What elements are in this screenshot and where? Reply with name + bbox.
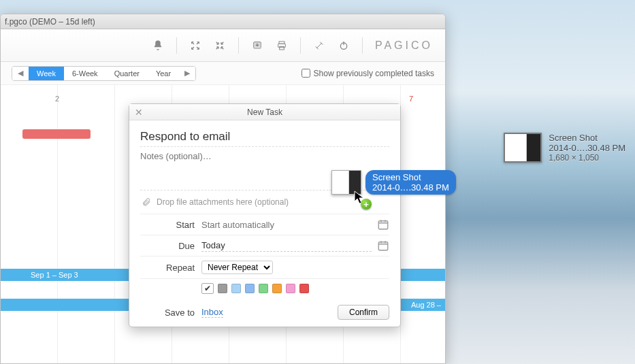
window-title: f.pgco (DEMO – 15d left) bbox=[5, 17, 95, 27]
power-icon[interactable] bbox=[338, 39, 350, 52]
paperclip-icon bbox=[142, 197, 151, 207]
tab-year[interactable]: Year bbox=[148, 67, 179, 80]
expand-icon[interactable] bbox=[189, 39, 201, 52]
show-completed-checkbox[interactable] bbox=[302, 69, 310, 78]
saveto-link[interactable]: Inbox bbox=[201, 307, 223, 318]
day-number: 7 bbox=[409, 95, 413, 103]
drop-plus-icon: + bbox=[361, 199, 372, 210]
desktop-file[interactable]: Screen Shot 2014-0….30.48 PM 1,680 × 1,0… bbox=[504, 133, 625, 163]
svg-rect-6 bbox=[378, 242, 388, 250]
view-bar: ◀ Week 6-Week Quarter Year ▶ Show previo… bbox=[1, 62, 445, 85]
dialog-header[interactable]: ✕ New Task bbox=[129, 104, 400, 120]
color-swatch[interactable] bbox=[259, 284, 268, 293]
calendar-icon[interactable] bbox=[377, 239, 389, 252]
timeline-task-bar[interactable] bbox=[22, 129, 91, 139]
color-picker: ✔ bbox=[201, 283, 389, 294]
tab-week[interactable]: Week bbox=[29, 67, 64, 80]
default-color-check[interactable]: ✔ bbox=[201, 283, 214, 294]
drag-thumbnail bbox=[331, 170, 361, 195]
brand-label: PAGICO bbox=[375, 39, 433, 52]
calendar-icon[interactable] bbox=[377, 218, 389, 231]
saveto-label: Save to bbox=[140, 308, 195, 318]
start-label: Start bbox=[140, 220, 195, 230]
color-swatch[interactable] bbox=[272, 284, 282, 293]
color-swatch[interactable] bbox=[286, 284, 295, 293]
toolbar-divider bbox=[238, 37, 239, 54]
due-input[interactable]: Today bbox=[201, 240, 372, 252]
bell-icon[interactable] bbox=[152, 39, 164, 52]
next-button[interactable]: ▶ bbox=[179, 67, 195, 80]
task-title-input[interactable] bbox=[140, 127, 389, 147]
day-number: 2 bbox=[55, 95, 59, 103]
show-completed-label: Show previously completed tasks bbox=[314, 69, 434, 78]
dialog-title: New Task bbox=[247, 107, 282, 117]
repeat-label: Repeat bbox=[140, 263, 195, 273]
start-input[interactable] bbox=[201, 220, 372, 230]
prev-button[interactable]: ◀ bbox=[12, 67, 29, 80]
attachment-hint: Drop file attachments here (optional) bbox=[157, 197, 289, 207]
toolbar: PAGICO bbox=[1, 29, 445, 62]
date-nav: ◀ Week 6-Week Quarter Year ▶ bbox=[12, 66, 196, 81]
show-completed-toggle[interactable]: Show previously completed tasks bbox=[302, 69, 434, 78]
window-titlebar[interactable]: f.pgco (DEMO – 15d left) bbox=[1, 14, 445, 29]
download-icon[interactable] bbox=[251, 39, 263, 52]
tab-quarter[interactable]: Quarter bbox=[106, 67, 148, 80]
repeat-select[interactable]: Never Repeat bbox=[201, 261, 273, 274]
close-icon[interactable]: ✕ bbox=[133, 107, 144, 118]
collapse-icon[interactable] bbox=[214, 39, 226, 52]
toolbar-divider bbox=[176, 37, 177, 54]
file-label: Screen Shot 2014-0….30.48 PM 1,680 × 1,0… bbox=[549, 133, 625, 163]
print-icon[interactable] bbox=[276, 39, 288, 52]
svg-rect-3 bbox=[280, 46, 284, 50]
toolbar-divider bbox=[300, 37, 301, 54]
due-label: Due bbox=[140, 241, 195, 251]
drag-filename-badge: Screen Shot2014-0….30.48 PM bbox=[365, 170, 456, 195]
tab-6week[interactable]: 6-Week bbox=[64, 67, 106, 80]
color-swatch[interactable] bbox=[299, 284, 309, 293]
new-task-dialog: ✕ New Task Drop file attachments here (o… bbox=[129, 103, 401, 327]
svg-rect-1 bbox=[279, 42, 284, 44]
confirm-button[interactable]: Confirm bbox=[338, 305, 389, 320]
drag-ghost: Screen Shot2014-0….30.48 PM bbox=[331, 170, 456, 195]
color-swatch[interactable] bbox=[231, 284, 241, 293]
tools-icon[interactable] bbox=[313, 39, 325, 52]
color-swatch[interactable] bbox=[218, 284, 227, 293]
toolbar-divider bbox=[362, 37, 363, 54]
file-thumbnail bbox=[504, 133, 542, 163]
color-swatch[interactable] bbox=[245, 284, 255, 293]
svg-rect-5 bbox=[378, 221, 388, 229]
